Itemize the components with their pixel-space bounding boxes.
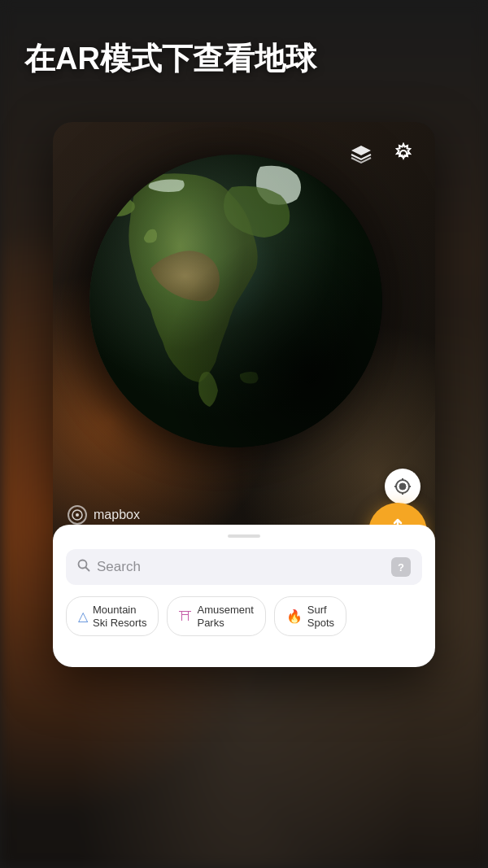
mapbox-logo-icon — [71, 508, 84, 521]
earth-globe — [89, 155, 382, 447]
sheet-handle — [228, 534, 260, 538]
globe-svg — [89, 155, 382, 447]
mapbox-brand: mapbox — [68, 505, 140, 525]
category-chip-mountain[interactable]: △ Mountain Ski Resorts — [66, 596, 159, 636]
mountain-icon: △ — [78, 608, 88, 624]
mapbox-logo — [68, 505, 87, 525]
svg-point-3 — [89, 155, 382, 447]
globe-wrapper — [89, 155, 399, 464]
search-icon — [77, 559, 90, 575]
search-bar[interactable]: Search ? — [66, 549, 422, 585]
layers-icon-btn[interactable] — [346, 138, 377, 169]
map-top-icons — [346, 138, 419, 169]
categories-row: △ Mountain Ski Resorts ⛩ Amusement Parks… — [66, 596, 422, 636]
search-placeholder-text: Search — [97, 559, 385, 575]
page-title: 在AR模式下查看地球 — [24, 41, 464, 78]
bottom-sheet: Search ? △ Mountain Ski Resorts ⛩ Amusem… — [53, 525, 435, 667]
settings-icon-btn[interactable] — [388, 138, 419, 169]
surf-chip-label: Surf Spots — [307, 604, 334, 629]
location-button[interactable] — [385, 469, 420, 504]
search-help-button[interactable]: ? — [391, 557, 411, 577]
map-container: mapbox Search ? △ Mountain Ski — [53, 122, 435, 667]
svg-point-5 — [399, 483, 406, 490]
amusement-chip-label: Amusement Parks — [197, 604, 253, 629]
title-area: 在AR模式下查看地球 — [0, 0, 488, 94]
mapbox-label: mapbox — [94, 508, 140, 522]
mountain-chip-label: Mountain Ski Resorts — [93, 604, 146, 629]
surf-icon: 🔥 — [286, 608, 303, 624]
layers-icon — [350, 142, 373, 165]
svg-line-19 — [86, 568, 89, 571]
search-magnifier-icon — [77, 559, 90, 572]
svg-point-17 — [76, 513, 79, 517]
category-chip-surf[interactable]: 🔥 Surf Spots — [274, 596, 346, 636]
category-chip-amusement[interactable]: ⛩ Amusement Parks — [167, 596, 265, 636]
amusement-icon: ⛩ — [179, 609, 192, 624]
location-icon — [394, 478, 412, 495]
settings-icon — [392, 142, 415, 165]
